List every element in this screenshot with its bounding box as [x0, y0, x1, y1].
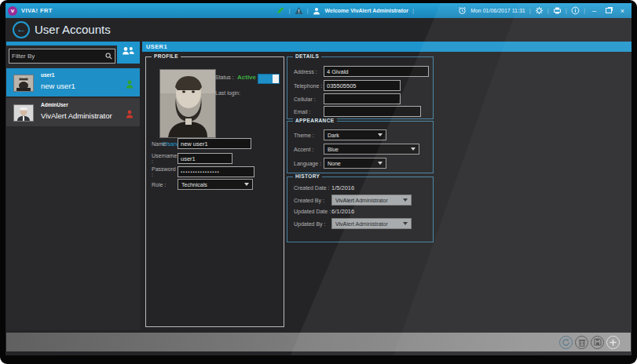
details-section: DETAILS Address : Telephone : Cellular :… [287, 56, 434, 119]
save-button[interactable] [591, 336, 604, 349]
chevron-down-icon [378, 162, 383, 165]
email-label: Email : [294, 109, 324, 115]
back-button[interactable]: ← [13, 21, 30, 38]
app-window: v VIVA! FRT | | Welcome VivAlert Adminis… [5, 3, 632, 355]
created-by-label: Created By : [294, 198, 331, 203]
cellular-input[interactable] [324, 93, 401, 104]
username-label: Username : [152, 153, 178, 164]
user-list-item-adminuser[interactable]: AdminUser VivAlert Administrator [6, 98, 140, 126]
user-item-username: AdminUser [41, 102, 68, 107]
chevron-down-icon [244, 183, 249, 186]
history-section: HISTORY Created Date : 1/5/2016 Created … [287, 177, 434, 242]
name-input[interactable] [178, 138, 251, 149]
created-date-label: Created Date : [294, 185, 331, 191]
close-button[interactable]: × [617, 6, 628, 16]
profile-section-title: PROFILE [152, 53, 181, 59]
settings-gear-icon[interactable] [535, 6, 544, 15]
updated-by-label: Updated By : [294, 221, 331, 227]
chevron-down-icon [411, 147, 416, 151]
updated-by-value: VivAlert Administrator [335, 221, 388, 227]
manage-users-button[interactable] [117, 42, 140, 64]
add-user-button[interactable] [606, 336, 620, 349]
window-titlebar: v VIVA! FRT | | Welcome VivAlert Adminis… [5, 3, 632, 18]
user-status-offline-icon [126, 107, 134, 122]
print-icon[interactable] [553, 6, 562, 15]
chevron-down-icon [403, 222, 408, 225]
theme-dropdown[interactable]: Dark [324, 129, 386, 140]
created-by-value: VivAlert Administrator [335, 198, 388, 203]
role-value: Technicals [181, 182, 207, 187]
email-input[interactable] [324, 106, 421, 117]
history-section-title: HISTORY [293, 173, 322, 179]
minimize-button[interactable]: – [589, 6, 599, 16]
restore-button[interactable] [603, 6, 613, 16]
welcome-text: Welcome VivAlert Administrator [325, 8, 408, 13]
alerts-warning-icon[interactable] [295, 6, 303, 15]
user-list-item-user1[interactable]: user1 new user1 [6, 68, 140, 96]
password-input[interactable] [178, 166, 254, 177]
titlebar-separator: | [584, 7, 585, 14]
user-item-display-name: new user1 [41, 82, 75, 90]
last-login-label: Last login: [215, 90, 240, 96]
chevron-down-icon [378, 133, 383, 136]
titlebar-separator: | [307, 7, 309, 14]
titlebar-separator: | [566, 7, 567, 14]
avatar [13, 104, 34, 122]
status-toggle[interactable] [258, 74, 280, 84]
refresh-button[interactable] [559, 336, 573, 349]
theme-value: Dark [328, 133, 339, 138]
selected-user-header: USER1 [142, 42, 632, 52]
status-value: Active [237, 74, 256, 81]
info-icon[interactable] [571, 6, 580, 15]
page-title: User Accounts [35, 23, 111, 36]
status-label: Status : [215, 75, 234, 80]
trash-icon [578, 338, 586, 347]
delete-button[interactable] [575, 336, 588, 349]
user-icon [313, 6, 321, 15]
appearance-section-title: APPEARANCE [293, 118, 337, 123]
monitor-frame: v VIVA! FRT | | Welcome VivAlert Adminis… [0, 0, 637, 364]
user-status-online-icon [126, 78, 134, 92]
updated-date-value: 6/1/2016 [331, 208, 354, 215]
accent-dropdown[interactable]: Blue [324, 144, 419, 155]
role-label: Role : [152, 182, 178, 187]
address-label: Address : [294, 69, 324, 75]
clock-icon [458, 6, 467, 15]
users-group-icon [122, 46, 135, 60]
appearance-section: APPEARANCE Theme : Dark Accent : Blue La… [287, 121, 434, 173]
password-label: Password : [152, 166, 178, 177]
user-item-username: user1 [41, 72, 54, 78]
search-icon [105, 53, 115, 60]
cellular-label: Cellular : [294, 96, 324, 102]
created-date-value: 1/5/2016 [331, 184, 354, 191]
telephone-input[interactable] [324, 80, 401, 91]
updated-date-label: Updated Date : [294, 209, 331, 214]
titlebar-separator: | [547, 7, 549, 14]
connection-status-icon[interactable] [276, 6, 284, 15]
chevron-down-icon [403, 198, 408, 202]
profile-section: PROFILE Change Status : Active Last logi… [145, 56, 284, 327]
username-input[interactable] [178, 153, 232, 164]
details-section-title: DETAILS [293, 53, 321, 59]
created-by-dropdown[interactable]: VivAlert Administrator [331, 195, 412, 206]
titlebar-separator: | [288, 7, 290, 14]
filter-input[interactable] [9, 53, 105, 60]
action-toolbar [6, 333, 631, 351]
refresh-icon [562, 338, 570, 347]
theme-label: Theme : [294, 133, 324, 138]
titlebar-separator: | [529, 7, 531, 14]
updated-by-dropdown[interactable]: VivAlert Administrator [331, 218, 412, 229]
language-label: Language : [294, 161, 324, 166]
titlebar-separator: | [412, 7, 414, 14]
address-input[interactable] [324, 66, 429, 77]
app-logo-icon: v [8, 6, 17, 16]
user-item-display-name: VivAlert Administrator [41, 111, 112, 120]
datetime-text: Mon 01/06/2017 11:31 [470, 8, 525, 13]
avatar [13, 75, 34, 92]
toggle-knob [273, 75, 279, 83]
language-dropdown[interactable]: None [324, 158, 386, 169]
filter-input-wrap [9, 49, 115, 64]
user-list-sidebar: user1 new user1 AdminUser VivAlert Admin… [6, 42, 140, 330]
plus-icon [609, 338, 617, 347]
role-dropdown[interactable]: Technicals [178, 179, 253, 190]
